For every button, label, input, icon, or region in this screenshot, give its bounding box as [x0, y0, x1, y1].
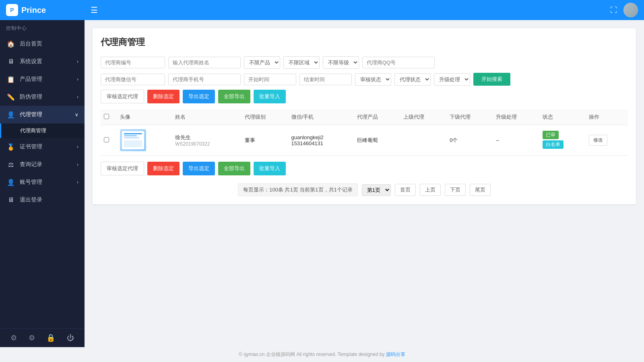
- logout-icon: 🖥: [6, 195, 16, 205]
- thumb-bar-3: [124, 137, 139, 138]
- thumb-box: [124, 140, 142, 147]
- agent-status-select[interactable]: 代理状态: [394, 73, 431, 86]
- agent-id-input[interactable]: [101, 57, 165, 68]
- sidebar-item-antifake[interactable]: ✏️ 防伪管理 ›: [0, 88, 85, 106]
- page-title: 代理商管理: [101, 36, 628, 48]
- sidebar-item-home[interactable]: 🏠 后台首页: [0, 35, 85, 53]
- status-badge-whitelist: 白名单: [543, 140, 564, 149]
- action-bar-top: 审核选定代理 删除选定 导出选定 全部导出 批量导入: [101, 90, 628, 103]
- agent-name: 徐先生: [175, 134, 238, 141]
- arrow-icon-7: ›: [77, 179, 78, 185]
- region-select[interactable]: 不限区域: [283, 56, 320, 69]
- agent-qq-input[interactable]: [362, 57, 435, 68]
- col-avatar: 头像: [117, 109, 172, 125]
- antifake-icon: ✏️: [6, 92, 16, 102]
- logo-area: P Prince: [6, 4, 85, 16]
- last-page-button[interactable]: 尾页: [470, 184, 491, 196]
- pagination-info: 每页显示：100条 共1页 当前第1页，共1个记录: [238, 183, 358, 196]
- agent-wechat-input[interactable]: [101, 74, 165, 85]
- sidebar-sub-item-agent-manage[interactable]: 代理商管理: [0, 123, 85, 138]
- col-product: 代理产品: [354, 109, 400, 125]
- col-action: 操作: [586, 109, 628, 125]
- sidebar-label-certificate: 证书管理: [20, 143, 42, 150]
- product-select[interactable]: 不限产品: [244, 56, 280, 69]
- upgrade-select[interactable]: 升级处理: [434, 73, 470, 86]
- next-page-button[interactable]: 下页: [445, 184, 466, 196]
- footer-link[interactable]: 源码分享: [386, 352, 405, 357]
- arrow-icon-6: ›: [77, 162, 78, 167]
- col-wechat: 微信/手机: [288, 109, 354, 125]
- sidebar-label-home: 后台首页: [20, 40, 42, 47]
- agent-name-input[interactable]: [168, 57, 241, 68]
- agent-wechat: guanlongkeji2: [291, 134, 351, 140]
- main-layout: 控制中心 🏠 后台首页 🖥 系统设置 › 📋 产品管理 › ✏️ 防伪管理 › …: [0, 20, 644, 347]
- home-icon: 🏠: [6, 39, 16, 49]
- level-select[interactable]: 不限等级: [323, 56, 359, 69]
- app-title: Prince: [21, 6, 46, 15]
- delete-button-bottom[interactable]: 删除选定: [147, 162, 180, 175]
- sidebar-label-product: 产品管理: [20, 76, 42, 83]
- row-status-cell: 已审 白名单: [539, 125, 586, 156]
- import-button-bottom[interactable]: 批量导入: [254, 162, 286, 175]
- footer-lock-icon[interactable]: 🔒: [46, 333, 55, 342]
- sidebar-label-antifake: 防伪管理: [20, 93, 42, 101]
- header-left: P Prince ☰: [6, 4, 98, 16]
- sidebar: 控制中心 🏠 后台首页 🖥 系统设置 › 📋 产品管理 › ✏️ 防伪管理 › …: [0, 20, 85, 347]
- row-product-cell: 巨峰葡萄: [354, 125, 400, 156]
- sidebar-footer: ⚙ ⚙ 🔒 ⏻: [0, 328, 85, 347]
- first-page-button[interactable]: 首页: [395, 184, 416, 196]
- col-upgrade: 升级处理: [493, 109, 539, 125]
- hamburger-icon[interactable]: ☰: [91, 5, 98, 15]
- thumb-bar-1: [124, 133, 142, 134]
- delete-button-top[interactable]: 删除选定: [147, 90, 180, 103]
- query-icon: ⚖: [6, 160, 16, 169]
- agent-phone-input[interactable]: [168, 74, 241, 85]
- audit-button-top[interactable]: 审核选定代理: [101, 90, 144, 103]
- agent-thumb-inner: [122, 131, 144, 149]
- export-button-top[interactable]: 导出选定: [183, 90, 215, 103]
- sidebar-item-agent[interactable]: 👤 代理管理 ∨: [0, 106, 85, 123]
- page-select[interactable]: 第1页: [362, 184, 391, 196]
- footer-power-icon[interactable]: ⏻: [67, 334, 74, 342]
- select-all-checkbox[interactable]: [104, 114, 109, 119]
- row-action-cell: 修改: [586, 125, 628, 156]
- expand-icon[interactable]: ⛶: [610, 6, 617, 14]
- content-card: 代理商管理 不限产品 不限区域 不限等级: [93, 28, 636, 204]
- footer-tools-icon[interactable]: ⚙: [29, 333, 35, 342]
- audit-button-bottom[interactable]: 审核选定代理: [101, 162, 144, 175]
- footer-settings-icon[interactable]: ⚙: [10, 333, 17, 342]
- sidebar-item-certificate[interactable]: 🏅 证书管理 ›: [0, 138, 85, 156]
- sidebar-section-title: 控制中心: [0, 20, 85, 35]
- header: P Prince ☰ ⛶: [0, 0, 644, 20]
- end-time-input[interactable]: [299, 74, 352, 85]
- sidebar-item-query[interactable]: ⚖ 查询记录 ›: [0, 156, 85, 173]
- arrow-icon-3: ›: [77, 94, 78, 100]
- audit-status-select[interactable]: 审核状态: [355, 73, 391, 86]
- export-all-button-bottom[interactable]: 全部导出: [218, 162, 250, 175]
- sidebar-item-logout[interactable]: 🖥 退出登录: [0, 191, 85, 209]
- search-button[interactable]: 开始搜索: [473, 73, 510, 86]
- avatar[interactable]: [623, 3, 638, 17]
- import-button-top[interactable]: 批量导入: [254, 90, 286, 103]
- account-icon: 👤: [6, 177, 16, 187]
- export-button-bottom[interactable]: 导出选定: [183, 162, 215, 175]
- table-wrap: 头像 姓名 代理级别 微信/手机 代理产品 上级代理 下级代理 升级处理 状态 …: [101, 109, 628, 156]
- col-name: 姓名: [172, 109, 242, 125]
- col-children: 下级代理: [446, 109, 493, 125]
- col-status: 状态: [539, 109, 586, 125]
- prev-page-button[interactable]: 上页: [420, 184, 441, 196]
- sidebar-item-product[interactable]: 📋 产品管理 ›: [0, 70, 85, 88]
- thumb-bar-2: [124, 135, 137, 136]
- modify-button[interactable]: 修改: [589, 135, 607, 146]
- export-all-button-top[interactable]: 全部导出: [218, 90, 250, 103]
- action-bar-bottom: 审核选定代理 删除选定 导出选定 全部导出 批量导入: [101, 162, 628, 175]
- agent-icon: 👤: [6, 110, 16, 119]
- agent-phone: 15314604131: [291, 140, 351, 146]
- sidebar-item-system[interactable]: 🖥 系统设置 ›: [0, 53, 85, 70]
- agent-table: 头像 姓名 代理级别 微信/手机 代理产品 上级代理 下级代理 升级处理 状态 …: [101, 109, 628, 156]
- row-avatar-cell: [117, 125, 172, 156]
- sidebar-item-account[interactable]: 👤 账号管理 ›: [0, 173, 85, 191]
- start-time-input[interactable]: [244, 74, 296, 85]
- row-checkbox[interactable]: [104, 137, 109, 142]
- status-badge-audit: 已审: [543, 131, 559, 139]
